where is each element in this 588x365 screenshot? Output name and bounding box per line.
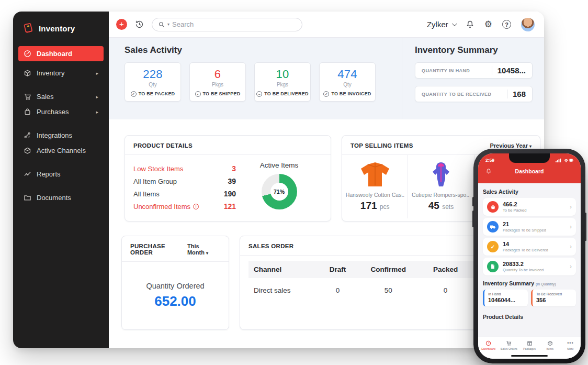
- row-label: QUANTITY TO BE RECEIVED: [422, 92, 507, 97]
- quantity-ordered-label: Quantity Ordered: [146, 282, 204, 290]
- card-label: TO BE SHIPPED: [203, 91, 241, 96]
- item-name: Hanswooly Cotton Cas...: [346, 192, 404, 198]
- purchase-order-filter-dropdown[interactable]: This Month▾: [187, 243, 220, 256]
- item-name: Cutiepie Rompers-spo...: [412, 192, 470, 198]
- to-be-packed-card[interactable]: 228 Qty ✓TO BE PACKED: [125, 62, 181, 102]
- search-input[interactable]: [172, 20, 296, 28]
- column-header[interactable]: Packed: [421, 261, 470, 278]
- low-stock-items-row[interactable]: Low Stock Items 3: [133, 162, 236, 175]
- all-items-row[interactable]: All Items 190: [133, 187, 236, 200]
- quantity-to-be-received-row[interactable]: QUANTITY TO BE RECEIVED 168: [415, 86, 533, 102]
- sidebar-item-inventory[interactable]: Inventory ▸: [18, 65, 104, 81]
- quantity-in-hand-row[interactable]: QUANTITY IN HAND 10458...: [415, 62, 533, 79]
- column-header[interactable]: Channel: [248, 261, 320, 278]
- phone-tab-dashboard[interactable]: Dashboard: [478, 340, 499, 350]
- phone-status-icons: [556, 158, 573, 163]
- card-title: PURCHASE ORDER: [130, 243, 187, 256]
- phone-tab-more[interactable]: ••• More: [560, 340, 581, 350]
- phone-screen: 2:59 Dashboard: [478, 153, 581, 359]
- sidebar-item-reports[interactable]: Reports: [18, 167, 104, 182]
- tab-label: Dashboard: [481, 347, 495, 350]
- all-item-group-row[interactable]: All Item Group 39: [133, 175, 236, 187]
- sidebar-menu: Dashboard Inventory ▸ Sales ▸ Purchases …: [13, 43, 109, 208]
- unconfirmed-items-row[interactable]: Unconfirmed Items ! 121: [133, 200, 236, 213]
- purchase-order-card: PURCHASE ORDER This Month▾ Quantity Orde…: [121, 236, 229, 330]
- card-value: 474: [337, 68, 357, 81]
- quick-create-button[interactable]: +: [116, 19, 127, 30]
- sidebar-item-label: Active Channels: [37, 147, 86, 154]
- phone-to-be-delivered-item[interactable]: ✓ 14 Packages To be Delivered ›: [483, 238, 576, 256]
- sidebar-item-sales[interactable]: Sales ▸: [18, 89, 104, 104]
- phone-tab-items[interactable]: Items: [540, 340, 560, 350]
- card-value: 228: [143, 68, 162, 81]
- phone-to-be-received-card[interactable]: To Be Received 356: [531, 290, 576, 306]
- card-label: In Hand: [488, 292, 524, 296]
- to-be-invoiced-card[interactable]: 474 Qty ✓TO BE INVOICED: [319, 62, 376, 102]
- phone-mockup: 2:59 Dashboard: [473, 149, 585, 363]
- phone-sales-activity-title: Sales Activity: [483, 189, 576, 195]
- sidebar-item-active-channels[interactable]: Active Channels: [18, 143, 104, 158]
- app-logo: Inventory: [13, 12, 109, 43]
- caret-down-icon: ▾: [529, 144, 532, 149]
- phone-to-be-shipped-item[interactable]: 21 Packages To be Shipped ›: [483, 218, 576, 236]
- check-circle-icon: ✓: [323, 91, 329, 97]
- phone-inventory-summary-title: Inventory Summary (In Quantity): [483, 280, 576, 286]
- help-icon[interactable]: ?: [502, 20, 511, 29]
- phone-to-be-packed-item[interactable]: 466.2 To be Packed ›: [483, 198, 576, 216]
- to-be-delivered-card[interactable]: 10 Pkgs –TO BE DELIVERED: [254, 62, 311, 102]
- inventory-logo-icon: [21, 22, 34, 35]
- to-be-shipped-card[interactable]: 6 Pkgs •TO BE SHIPPED: [189, 62, 246, 102]
- cardigan-product-image: [355, 159, 395, 189]
- sidebar-item-integrations[interactable]: Integrations: [18, 128, 104, 143]
- sidebar-item-label: Purchases: [37, 108, 69, 116]
- search-box[interactable]: ▾: [152, 18, 302, 31]
- bag-icon: [24, 108, 31, 116]
- card-label: To Be Received: [536, 292, 572, 296]
- sidebar-item-documents[interactable]: Documents: [18, 190, 104, 205]
- sidebar-item-purchases[interactable]: Purchases ▸: [18, 104, 104, 119]
- donut-percent: 71%: [274, 189, 285, 195]
- phone-to-be-invoiced-item[interactable]: 20833.2 Quantity To be Invoiced ›: [483, 258, 576, 275]
- settings-gear-icon[interactable]: ⚙: [484, 19, 492, 30]
- phone-in-hand-card[interactable]: In Hand 1046044...: [483, 290, 528, 306]
- row-value: 190: [224, 190, 236, 198]
- top-selling-filter-dropdown[interactable]: Previous Year▾: [490, 142, 532, 149]
- card-label: TO BE PACKED: [139, 91, 175, 96]
- page: Inventory Dashboard Inventory ▸ Sales ▸: [0, 0, 588, 365]
- item-qty: 45: [428, 200, 439, 211]
- notifications-bell-icon[interactable]: [466, 20, 474, 29]
- phone-tab-packages[interactable]: Packages: [519, 340, 539, 350]
- card-label: TO BE DELIVERED: [264, 91, 308, 96]
- item-value: 14: [503, 241, 548, 247]
- row-value: 121: [224, 202, 236, 211]
- tab-label: Items: [546, 347, 553, 350]
- item-qty: 171: [360, 200, 377, 211]
- column-header[interactable]: Draft: [320, 261, 356, 278]
- caret-down-icon: ▾: [206, 251, 208, 256]
- recent-history-icon[interactable]: [134, 19, 144, 29]
- column-header[interactable]: Confirmed: [356, 261, 421, 278]
- tab-label: Sales Orders: [501, 347, 517, 350]
- card-value: 10: [276, 68, 289, 81]
- cell-draft: 0: [320, 278, 356, 303]
- item-value: 20833.2: [503, 261, 544, 267]
- user-avatar[interactable]: [521, 18, 535, 31]
- reports-icon: [24, 170, 31, 178]
- submenu-arrow-icon: ▸: [96, 71, 98, 76]
- top-selling-item[interactable]: Cutiepie Rompers-spo... 45 sets: [408, 155, 474, 218]
- phone-tab-sales-orders[interactable]: Sales Orders: [499, 340, 519, 350]
- top-selling-item[interactable]: Hanswooly Cotton Cas... 171 pcs: [342, 155, 408, 218]
- card-value: 356: [536, 297, 572, 303]
- summary-strip: Sales Activity 228 Qty ✓TO BE PACKED 6 P…: [109, 38, 544, 119]
- search-scope-caret-icon[interactable]: ▾: [167, 22, 169, 27]
- dashboard-icon: [24, 50, 31, 58]
- row-value: 10458...: [492, 66, 526, 75]
- channels-icon: [24, 147, 31, 154]
- card-label: TO BE INVOICED: [331, 91, 371, 96]
- inventory-summary-panel: Inventory Summary QUANTITY IN HAND 10458…: [402, 38, 544, 119]
- sidebar-item-dashboard[interactable]: Dashboard: [18, 46, 104, 61]
- org-selector[interactable]: Zylker: [427, 20, 456, 29]
- sidebar-item-label: Inventory: [37, 69, 64, 77]
- card-title: PRODUCT DETAILS: [133, 142, 193, 149]
- phone-time: 2:59: [485, 158, 494, 163]
